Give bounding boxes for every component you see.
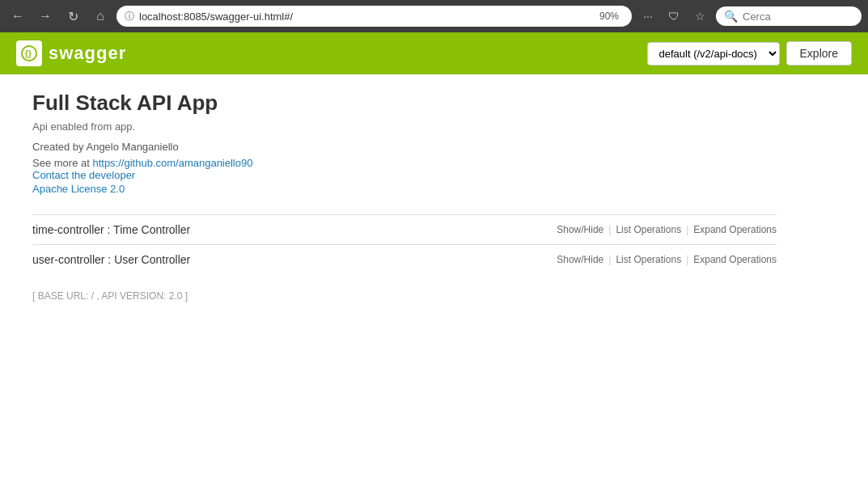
separator-3: | [608,254,611,265]
back-button[interactable]: ← [6,5,29,27]
svg-text:{}: {} [25,49,32,58]
forward-button[interactable]: → [34,5,57,27]
time-list-ops-link[interactable]: List Operations [616,224,681,235]
created-by-label: Created by Angelo Manganiello [32,141,179,153]
explore-button[interactable]: Explore [786,41,852,66]
see-more-text: See more at [32,157,92,169]
address-bar: ⓘ 90% [116,6,632,27]
api-title: Full Stack API App [32,91,777,116]
user-controller-row: user-controller : User Controller Show/H… [32,244,777,274]
browser-actions: ··· 🛡 ☆ [637,5,711,27]
user-controller-name: user-controller : User Controller [32,253,190,266]
api-meta: Created by Angelo Manganiello [32,141,777,153]
swagger-header: {} swagger default (/v2/api-docs) Explor… [0,32,868,74]
swagger-controls: default (/v2/api-docs) Explore [647,41,852,66]
home-button[interactable]: ⌂ [89,5,112,27]
search-input[interactable] [743,11,853,23]
time-controller-row: time-controller : Time Controller Show/H… [32,214,777,244]
time-show-hide-link[interactable]: Show/Hide [557,224,603,235]
time-controller-name: time-controller : Time Controller [32,223,190,236]
browser-chrome: ← → ↻ ⌂ ⓘ 90% ··· 🛡 ☆ 🔍 [0,0,868,32]
user-expand-ops-link[interactable]: Expand Operations [693,254,777,265]
separator-1: | [608,224,611,235]
time-expand-ops-link[interactable]: Expand Operations [693,224,777,235]
license-link[interactable]: Apache License 2.0 [32,183,777,195]
search-icon: 🔍 [724,10,738,23]
search-bar: 🔍 [716,6,862,26]
base-url-section: [ BASE URL: / , API VERSION: 2.0 ] [32,290,777,302]
base-url-text: [ BASE URL: / , API VERSION: 2.0 ] [32,290,188,302]
contact-developer-link[interactable]: Contact the developer [32,169,777,181]
more-button[interactable]: ··· [637,5,659,27]
star-button[interactable]: ☆ [688,5,711,27]
refresh-button[interactable]: ↻ [61,5,84,27]
zoom-badge[interactable]: 90% [595,9,624,23]
controllers-section: time-controller : Time Controller Show/H… [32,214,777,274]
separator-4: | [686,254,688,265]
user-controller-actions: Show/Hide | List Operations | Expand Ope… [557,254,777,265]
user-show-hide-link[interactable]: Show/Hide [557,254,603,265]
api-links: See more at https://github.com/amanganie… [32,156,777,195]
separator-2: | [686,224,688,235]
swagger-logo-text: swagger [49,43,126,64]
main-content: Full Stack API App Api enabled from app.… [0,74,809,318]
api-selector[interactable]: default (/v2/api-docs) [647,42,780,66]
time-controller-actions: Show/Hide | List Operations | Expand Ope… [557,224,777,235]
user-list-ops-link[interactable]: List Operations [616,254,681,265]
api-description: Api enabled from app. [32,120,777,133]
swagger-logo-icon: {} [16,40,42,66]
github-link[interactable]: https://github.com/amanganiello90 [92,157,252,169]
swagger-logo: {} swagger [16,40,126,66]
shield-button[interactable]: 🛡 [663,5,685,27]
address-input[interactable] [139,11,590,23]
info-icon: ⓘ [125,10,134,23]
